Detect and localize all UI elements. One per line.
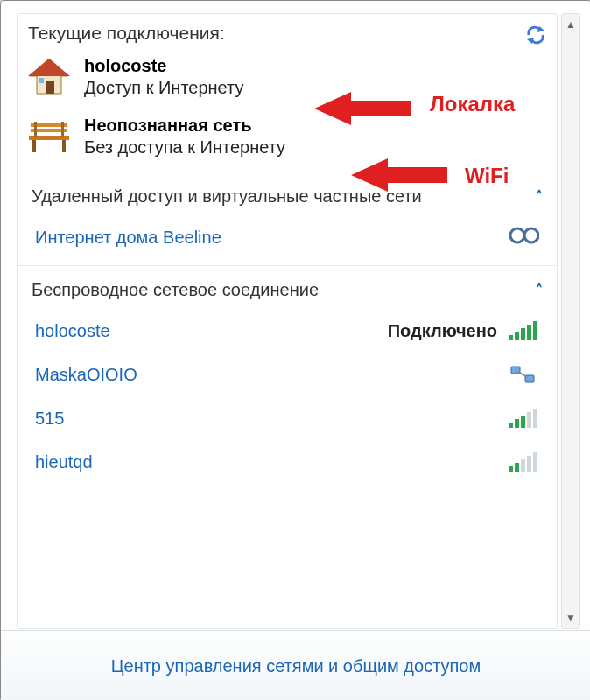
svg-rect-18 (527, 325, 531, 340)
svg-marker-33 (314, 92, 411, 125)
section-title: Беспроводное сетевое соединение (32, 280, 536, 300)
wireless-network-item[interactable]: holocoste Подключено (18, 309, 557, 353)
wireless-network-item[interactable]: 515 (18, 396, 557, 440)
svg-point-13 (510, 228, 524, 242)
wireless-network-item[interactable]: MaskaOIOIO (18, 353, 557, 396)
signal-2-icon (508, 451, 539, 473)
svg-marker-3 (28, 59, 70, 76)
section-wireless[interactable]: Беспроводное сетевое соединение ˄ (18, 271, 557, 309)
annotation-arrow-icon (351, 155, 447, 195)
separator (18, 265, 557, 266)
network-flyout: Текущие подключения: (0, 0, 590, 700)
svg-rect-29 (515, 463, 519, 472)
scroll-up-button[interactable]: ▲ (562, 14, 579, 35)
svg-rect-10 (62, 140, 66, 152)
annotation-arrow-icon (314, 88, 411, 129)
svg-rect-16 (515, 332, 519, 340)
network-name: hieutqd (35, 452, 508, 472)
svg-rect-9 (32, 140, 36, 152)
svg-rect-12 (61, 122, 64, 137)
bench-icon (25, 112, 74, 161)
svg-marker-34 (351, 158, 447, 192)
chevron-up-icon: ˄ (536, 282, 543, 298)
connection-name: holocoste (84, 55, 243, 77)
header: Текущие подключения: (18, 14, 557, 47)
vpn-icon (509, 226, 539, 249)
connection-text: holocoste Доступ к Интернету (84, 55, 243, 99)
svg-rect-23 (509, 423, 513, 428)
svg-rect-26 (527, 412, 531, 428)
annotation-label: Локалка (430, 92, 515, 116)
signal-5-icon (508, 319, 539, 342)
signal-3-icon (508, 407, 539, 430)
refresh-icon[interactable] (523, 24, 548, 50)
svg-point-14 (524, 228, 538, 242)
svg-rect-11 (34, 122, 37, 137)
header-title: Текущие подключения: (28, 23, 225, 43)
scrollbar[interactable]: ▲ ▼ (561, 13, 580, 629)
network-name: 515 (35, 409, 508, 429)
section-title: Удаленный доступ и виртуальные частные с… (32, 186, 536, 206)
scroll-down-button[interactable]: ▼ (562, 607, 579, 628)
footer: Центр управления сетями и общим доступом (1, 630, 590, 700)
network-status: Подключено (388, 321, 497, 341)
connection-text: Неопознанная сеть Без доступа к Интернет… (84, 115, 285, 158)
signal-network-icon (508, 363, 539, 386)
wireless-network-item[interactable]: hieutqd (18, 440, 557, 484)
svg-rect-30 (521, 459, 525, 472)
svg-rect-15 (509, 335, 513, 340)
connection-status: Доступ к Интернету (84, 77, 243, 99)
svg-line-22 (518, 372, 527, 377)
svg-rect-4 (46, 81, 54, 94)
svg-rect-17 (521, 328, 525, 340)
svg-rect-24 (515, 419, 519, 428)
svg-rect-32 (533, 452, 537, 472)
svg-rect-19 (533, 321, 537, 340)
network-center-link[interactable]: Центр управления сетями и общим доступом (111, 656, 481, 676)
svg-rect-28 (509, 466, 513, 472)
connection-name: Неопознанная сеть (84, 115, 285, 136)
svg-rect-27 (533, 409, 537, 428)
annotation-label: WiFi (465, 164, 509, 188)
chevron-up-icon: ˄ (536, 188, 543, 205)
connection-status: Без доступа к Интернету (84, 136, 285, 158)
svg-rect-5 (39, 78, 44, 83)
vpn-item[interactable]: Интернет дома Beeline (18, 215, 557, 260)
svg-rect-31 (527, 456, 531, 472)
vpn-item-name: Интернет дома Beeline (35, 228, 509, 248)
network-name: holocoste (35, 321, 388, 341)
network-name: MaskaOIOIO (35, 365, 508, 385)
svg-rect-25 (521, 416, 525, 428)
house-icon (25, 52, 74, 102)
